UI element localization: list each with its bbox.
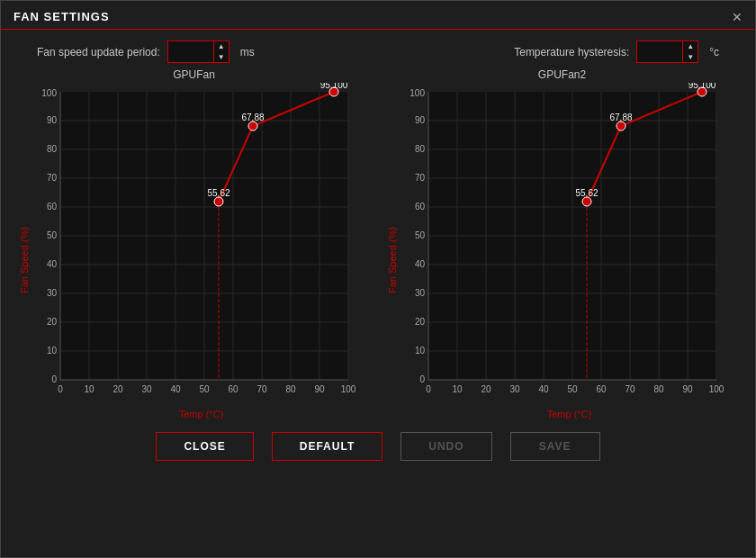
svg-text:10: 10 xyxy=(415,346,426,356)
svg-text:80: 80 xyxy=(415,144,426,154)
svg-text:20: 20 xyxy=(415,317,426,327)
svg-text:50: 50 xyxy=(199,384,210,394)
svg-text:60: 60 xyxy=(228,384,238,394)
chart2-svg[interactable]: 0 10 20 30 40 50 60 70 80 90 100 xyxy=(401,83,725,407)
svg-text:70: 70 xyxy=(256,384,267,394)
fan-speed-spinner[interactable]: 3000 ▲ ▼ xyxy=(167,40,230,63)
svg-text:10: 10 xyxy=(84,384,94,394)
fan-speed-unit: ms xyxy=(240,46,255,58)
svg-text:90: 90 xyxy=(682,384,693,394)
svg-text:80: 80 xyxy=(653,384,664,394)
svg-text:70: 70 xyxy=(47,173,58,183)
svg-text:50: 50 xyxy=(415,230,426,240)
svg-text:90: 90 xyxy=(415,115,426,125)
chart2-x-label: Temp (°C) xyxy=(401,409,737,419)
fan-speed-input[interactable]: 3000 xyxy=(168,42,213,62)
svg-text:20: 20 xyxy=(481,384,491,394)
svg-point-46 xyxy=(248,122,257,130)
chart1-area: Fan Speed (%) xyxy=(19,83,369,419)
chart2-title: GPUFan2 xyxy=(387,68,737,81)
svg-text:100: 100 xyxy=(410,88,425,98)
svg-text:80: 80 xyxy=(47,144,58,154)
svg-text:30: 30 xyxy=(509,384,520,394)
svg-text:67,88: 67,88 xyxy=(241,112,264,122)
charts-row: GPUFan Fan Speed (%) xyxy=(1,68,755,419)
svg-text:100: 100 xyxy=(41,88,57,98)
svg-text:40: 40 xyxy=(415,259,426,269)
fan-settings-dialog: FAN SETTINGS ✕ Fan speed update period: … xyxy=(0,0,756,558)
title-bar: FAN SETTINGS ✕ xyxy=(1,1,755,30)
temp-hysteresis-input[interactable]: 2 xyxy=(637,42,682,62)
svg-text:20: 20 xyxy=(47,317,58,327)
svg-text:95,100: 95,100 xyxy=(320,83,348,90)
fan-speed-control: Fan speed update period: 3000 ▲ ▼ ms xyxy=(37,40,255,63)
svg-text:60: 60 xyxy=(47,202,58,212)
svg-text:90: 90 xyxy=(314,384,325,394)
chart2-area: Fan Speed (%) xyxy=(387,83,737,419)
fan-speed-label: Fan speed update period: xyxy=(37,46,160,58)
svg-text:0: 0 xyxy=(419,374,425,384)
chart1-y-label: Fan Speed (%) xyxy=(19,83,30,419)
svg-point-45 xyxy=(214,197,223,206)
svg-text:67,88: 67,88 xyxy=(609,112,632,122)
svg-text:30: 30 xyxy=(415,288,426,298)
chart1-x-label: Temp (°C) xyxy=(33,409,369,419)
temp-hysteresis-label: Temperature hysteresis: xyxy=(514,46,629,58)
chart2-y-label: Fan Speed (%) xyxy=(387,83,398,419)
chart2-inner: 0 10 20 30 40 50 60 70 80 90 100 xyxy=(401,83,737,419)
undo-button[interactable]: UNDO xyxy=(400,432,491,461)
svg-text:30: 30 xyxy=(141,384,152,394)
svg-text:60: 60 xyxy=(415,202,426,212)
svg-text:100: 100 xyxy=(709,384,724,394)
svg-text:10: 10 xyxy=(47,346,58,356)
svg-text:0: 0 xyxy=(51,374,57,384)
fan-speed-arrows: ▲ ▼ xyxy=(213,41,229,62)
svg-text:40: 40 xyxy=(538,384,549,394)
chart1-svg[interactable]: 0 10 20 30 40 50 60 70 80 90 100 xyxy=(33,83,357,407)
chart1-title: GPUFan xyxy=(19,68,369,81)
close-x-button[interactable]: ✕ xyxy=(732,11,742,23)
svg-text:60: 60 xyxy=(596,384,607,394)
svg-text:40: 40 xyxy=(170,384,181,394)
save-button[interactable]: SAVE xyxy=(510,432,600,461)
svg-text:50: 50 xyxy=(47,230,58,240)
chart1-container: GPUFan Fan Speed (%) xyxy=(19,68,369,419)
fan-speed-down[interactable]: ▼ xyxy=(214,52,229,63)
svg-text:0: 0 xyxy=(58,384,63,394)
svg-text:80: 80 xyxy=(285,384,296,394)
temp-hysteresis-unit: °c xyxy=(709,46,719,58)
svg-text:90: 90 xyxy=(47,115,58,125)
svg-text:20: 20 xyxy=(112,384,123,394)
chart2-container: GPUFan2 Fan Speed (%) xyxy=(387,68,737,419)
svg-text:50: 50 xyxy=(567,384,578,394)
svg-text:100: 100 xyxy=(341,384,356,394)
temp-hysteresis-control: Temperature hysteresis: 2 ▲ ▼ °c xyxy=(514,40,719,63)
svg-text:70: 70 xyxy=(625,384,635,394)
svg-text:10: 10 xyxy=(452,384,463,394)
svg-text:55,62: 55,62 xyxy=(575,188,598,198)
svg-text:95,100: 95,100 xyxy=(688,83,716,90)
svg-text:55,62: 55,62 xyxy=(207,188,230,198)
chart1-inner: 0 10 20 30 40 50 60 70 80 90 100 xyxy=(33,83,369,419)
fan-speed-up[interactable]: ▲ xyxy=(214,41,229,52)
footer-buttons: CLOSE DEFAULT UNDO SAVE xyxy=(1,419,755,470)
close-button[interactable]: CLOSE xyxy=(156,432,253,461)
svg-text:30: 30 xyxy=(47,288,58,298)
temp-hysteresis-up[interactable]: ▲ xyxy=(683,41,698,52)
default-button[interactable]: DEFAULT xyxy=(272,432,382,461)
svg-text:70: 70 xyxy=(415,173,426,183)
svg-text:40: 40 xyxy=(47,259,58,269)
temp-hysteresis-down[interactable]: ▼ xyxy=(683,52,698,63)
controls-row: Fan speed update period: 3000 ▲ ▼ ms Tem… xyxy=(1,30,755,68)
svg-text:0: 0 xyxy=(426,384,431,394)
svg-point-97 xyxy=(616,122,626,130)
temp-hysteresis-arrows: ▲ ▼ xyxy=(682,41,698,62)
dialog-title: FAN SETTINGS xyxy=(14,10,110,23)
temp-hysteresis-spinner[interactable]: 2 ▲ ▼ xyxy=(636,40,698,63)
svg-point-96 xyxy=(582,197,591,206)
